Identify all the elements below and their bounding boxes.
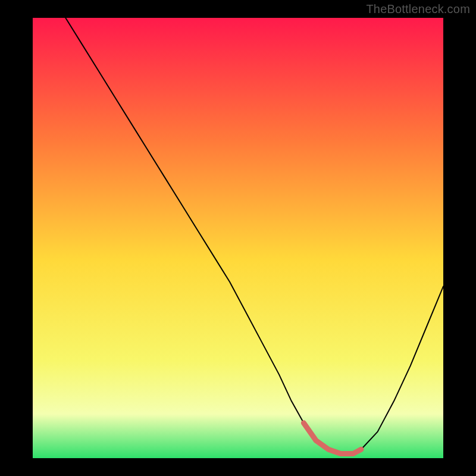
watermark-label: TheBottleneck.com: [366, 2, 470, 16]
plot-background: [33, 18, 443, 458]
bottleneck-chart: [0, 0, 476, 476]
chart-frame: TheBottleneck.com: [0, 0, 476, 476]
